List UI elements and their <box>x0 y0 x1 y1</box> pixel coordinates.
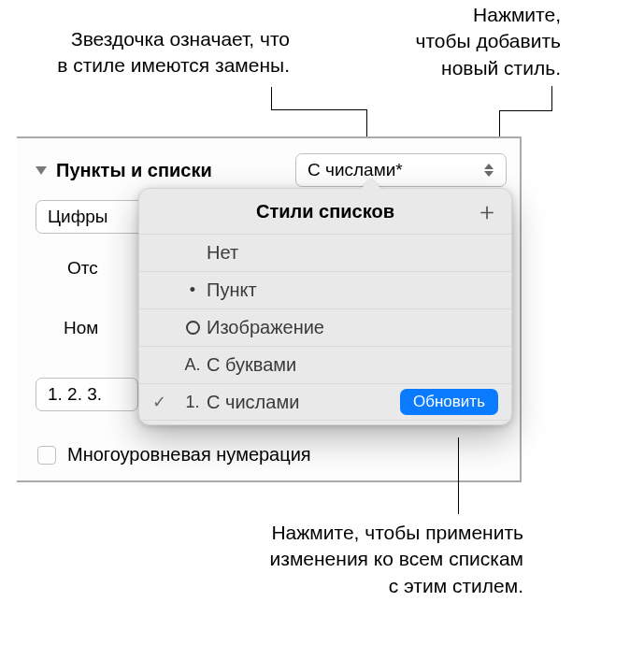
list-marker-icon: 1. <box>179 393 207 412</box>
list-style-label: Пункт <box>207 279 498 301</box>
hierarchy-popup[interactable]: 1. 2. 3. <box>36 378 138 411</box>
number-format-popup[interactable]: Цифры <box>36 200 148 234</box>
list-style-item[interactable]: Нет <box>139 234 511 271</box>
list-style-item[interactable]: A.С буквами <box>139 346 511 383</box>
list-style-item[interactable]: Изображение <box>139 308 511 346</box>
list-styles-popover: Стили списков ＋ Нет•ПунктИзображениеA.С … <box>138 188 512 425</box>
hierarchy-popup-label: 1. 2. 3. <box>48 384 102 405</box>
list-marker-icon <box>179 321 207 335</box>
list-marker-icon: A. <box>179 355 207 375</box>
section-title: Пункты и списки <box>56 160 295 181</box>
tiered-label: Многоуровневая нумерация <box>67 444 311 466</box>
list-style-label: Изображение <box>207 317 498 338</box>
list-styles-items: Нет•ПунктИзображениеA.С буквами✓1.С числ… <box>139 234 511 421</box>
number-format-label: Цифры <box>48 207 108 227</box>
list-style-label: С буквами <box>207 354 498 376</box>
indent-label: Отс <box>67 258 98 279</box>
list-style-label: Нет <box>207 242 498 264</box>
list-style-label: С числами <box>207 392 400 413</box>
checkmark-icon: ✓ <box>152 392 179 412</box>
list-style-popup-button[interactable]: С числами* <box>295 153 507 187</box>
callout-update: Нажмите, чтобы применитьизменения ко все… <box>243 520 523 599</box>
list-style-item[interactable]: ✓1.С числамиОбновить <box>139 383 511 421</box>
update-style-button[interactable]: Обновить <box>400 389 498 415</box>
tiered-checkbox[interactable] <box>37 446 56 465</box>
callout-add-style: Нажмите,чтобы добавитьновый стиль. <box>365 2 561 81</box>
add-style-button[interactable]: ＋ <box>474 198 500 224</box>
list-style-popup-label: С числами* <box>308 160 483 180</box>
list-style-item[interactable]: •Пункт <box>139 271 511 308</box>
number-row-label: Ном <box>64 318 98 338</box>
list-marker-icon: • <box>179 280 207 300</box>
updown-icon <box>483 164 494 177</box>
popover-title: Стили списков <box>256 201 394 222</box>
disclosure-triangle[interactable] <box>36 166 47 175</box>
callout-asterisk: Звездочка означает, чтов стиле имеются з… <box>9 26 290 79</box>
